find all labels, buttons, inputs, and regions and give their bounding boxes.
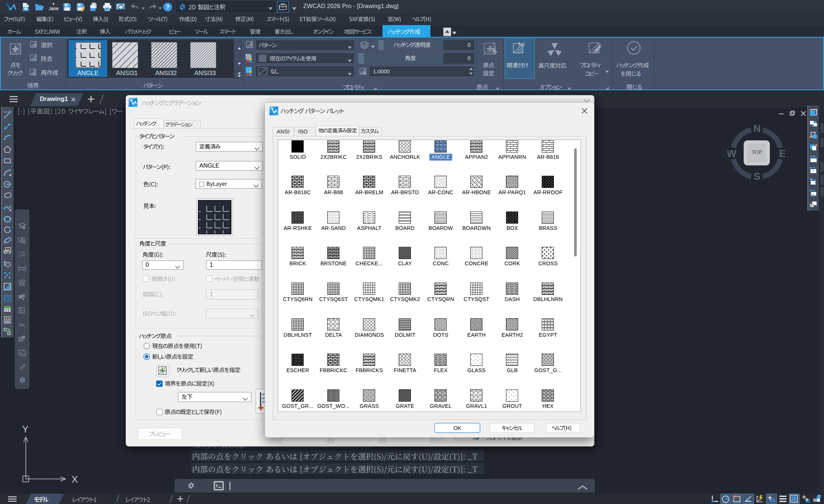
svg-text:JWW: JWW xyxy=(49,7,59,11)
svg-text:N: N xyxy=(753,124,761,134)
svg-text:ABC: ABC xyxy=(810,155,817,158)
svg-text:3: 3 xyxy=(18,255,20,258)
svg-text:S: S xyxy=(754,171,761,182)
svg-text:AB: AB xyxy=(810,193,814,197)
svg-text:A: A xyxy=(5,317,8,321)
svg-text:E: E xyxy=(779,148,786,159)
svg-text:PGP: PGP xyxy=(20,354,26,357)
svg-text:X: X xyxy=(71,474,78,485)
svg-text:W: W xyxy=(727,148,737,159)
svg-text:?: ? xyxy=(166,4,170,11)
svg-text:Y: Y xyxy=(22,424,28,435)
